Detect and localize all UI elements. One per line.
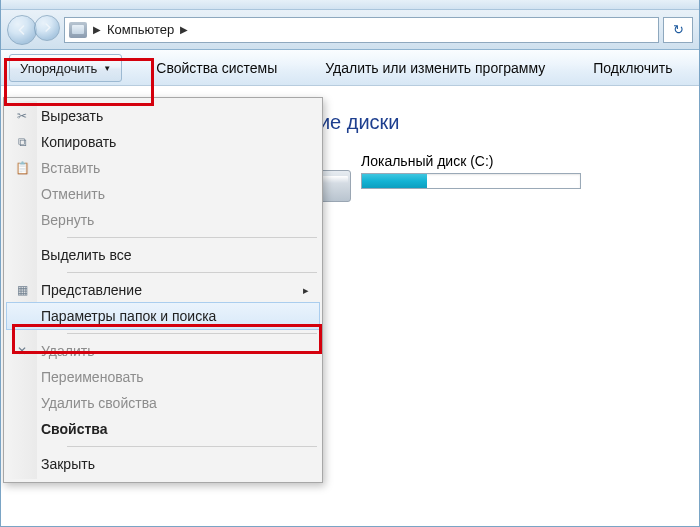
menu-label: Выделить все <box>41 247 132 263</box>
menu-label: Копировать <box>41 134 116 150</box>
menu-item-properties[interactable]: Свойства <box>7 416 319 442</box>
copy-icon: ⧉ <box>14 134 30 150</box>
menu-label: Переименовать <box>41 369 144 385</box>
drive-capacity-fill <box>362 174 427 188</box>
menu-item-undo[interactable]: Отменить <box>7 181 319 207</box>
organize-label: Упорядочить <box>20 61 97 76</box>
menu-item-view[interactable]: ▦ Представление <box>7 277 319 303</box>
menu-label: Удалить свойства <box>41 395 157 411</box>
forward-button[interactable] <box>34 15 60 41</box>
refresh-button[interactable]: ↻ <box>663 17 693 43</box>
toolbar: Упорядочить ▼ Свойства системы Удалить и… <box>1 50 699 86</box>
menu-separator <box>67 333 317 334</box>
menu-label: Вырезать <box>41 108 103 124</box>
menu-label: Закрыть <box>41 456 95 472</box>
menu-item-delete-properties[interactable]: Удалить свойства <box>7 390 319 416</box>
menu-item-close[interactable]: Закрыть <box>7 451 319 477</box>
menu-item-folder-options[interactable]: Параметры папок и поиска <box>7 303 319 329</box>
address-bar-row: ▶ Компьютер ▶ ↻ <box>1 10 699 50</box>
drive-capacity-bar <box>361 173 581 189</box>
menu-label: Удалить <box>41 343 94 359</box>
menu-label: Вернуть <box>41 212 94 228</box>
menu-separator <box>67 446 317 447</box>
chevron-right-icon[interactable]: ▶ <box>93 24 101 35</box>
uninstall-change-button[interactable]: Удалить или изменить программу <box>311 50 559 85</box>
menu-item-cut[interactable]: ✂ Вырезать <box>7 103 319 129</box>
back-button[interactable] <box>7 15 37 45</box>
window-frame <box>1 0 699 10</box>
menu-label: Представление <box>41 282 142 298</box>
delete-icon: ✕ <box>14 343 30 359</box>
menu-item-rename[interactable]: Переименовать <box>7 364 319 390</box>
clipboard-icon: 📋 <box>14 160 30 176</box>
menu-item-copy[interactable]: ⧉ Копировать <box>7 129 319 155</box>
menu-label: Параметры папок и поиска <box>41 308 216 324</box>
scissors-icon: ✂ <box>14 108 30 124</box>
menu-item-redo[interactable]: Вернуть <box>7 207 319 233</box>
address-bar[interactable]: ▶ Компьютер ▶ <box>64 17 659 43</box>
menu-separator <box>67 272 317 273</box>
menu-item-paste[interactable]: 📋 Вставить <box>7 155 319 181</box>
menu-separator <box>67 237 317 238</box>
drive-item[interactable]: Локальный диск (C:) <box>311 153 581 202</box>
connect-button[interactable]: Подключить <box>579 50 686 85</box>
organize-menu: ✂ Вырезать ⧉ Копировать 📋 Вставить Отмен… <box>3 97 323 483</box>
menu-label: Свойства <box>41 421 108 437</box>
organize-button[interactable]: Упорядочить ▼ <box>9 54 122 82</box>
refresh-icon: ↻ <box>673 22 684 37</box>
menu-label: Вставить <box>41 160 100 176</box>
nav-buttons <box>7 15 60 45</box>
menu-item-select-all[interactable]: Выделить все <box>7 242 319 268</box>
chevron-down-icon: ▼ <box>103 64 111 73</box>
chevron-right-icon[interactable]: ▶ <box>180 24 188 35</box>
layout-icon: ▦ <box>14 282 30 298</box>
drive-label: Локальный диск (C:) <box>361 153 581 169</box>
menu-label: Отменить <box>41 186 105 202</box>
menu-item-delete[interactable]: ✕ Удалить <box>7 338 319 364</box>
computer-icon <box>69 22 87 38</box>
system-properties-button[interactable]: Свойства системы <box>142 50 291 85</box>
breadcrumb-item[interactable]: Компьютер <box>107 22 174 37</box>
